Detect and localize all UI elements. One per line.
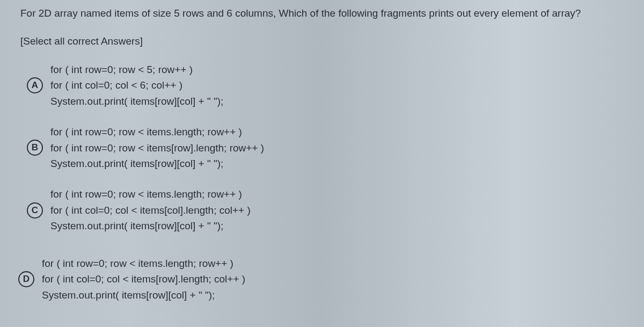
code-line: for ( int row=0; row < items[row].length… [50,140,264,156]
option-letter-c: C [27,202,43,219]
code-line: for ( int row=0; row < items.length; row… [42,256,245,271]
option-d[interactable]: D for ( int row=0; row < items.length; r… [18,256,624,303]
code-line: for ( int row=0; row < 5; row++ ) [50,62,223,77]
code-line: System.out.print( items[row][col] + " ")… [50,156,264,171]
option-letter-d: D [18,271,34,287]
option-code-d: for ( int row=0; row < items.length; row… [42,256,245,303]
code-line: System.out.print( items[row][col] + " ")… [50,218,251,234]
option-c[interactable]: C for ( int row=0; row < items.length; r… [27,186,624,234]
option-a[interactable]: A for ( int row=0; row < 5; row++ ) for … [27,62,624,109]
option-b[interactable]: B for ( int row=0; row < items.length; r… [27,124,624,171]
code-line: for ( int col=0; col < 6; col++ ) [50,77,223,93]
code-line: for ( int col=0; col < items[row].length… [42,271,245,287]
question-instruction: [Select all correct Answers] [20,33,624,49]
option-letter-b: B [27,140,43,156]
option-code-c: for ( int row=0; row < items.length; row… [50,186,251,234]
code-line: for ( int row=0; row < items.length; row… [50,186,251,202]
code-line: for ( int row=0; row < items.length; row… [50,124,264,140]
code-line: System.out.print( items[row][col] + " ")… [50,93,223,109]
code-line: for ( int col=0; col < items[col].length… [50,202,251,218]
question-text: For 2D array named items of size 5 rows … [20,5,624,21]
option-code-b: for ( int row=0; row < items.length; row… [50,124,264,171]
option-code-a: for ( int row=0; row < 5; row++ ) for ( … [50,62,223,109]
option-letter-a: A [27,77,43,93]
code-line: System.out.print( items[row][col] + " ")… [42,287,245,303]
